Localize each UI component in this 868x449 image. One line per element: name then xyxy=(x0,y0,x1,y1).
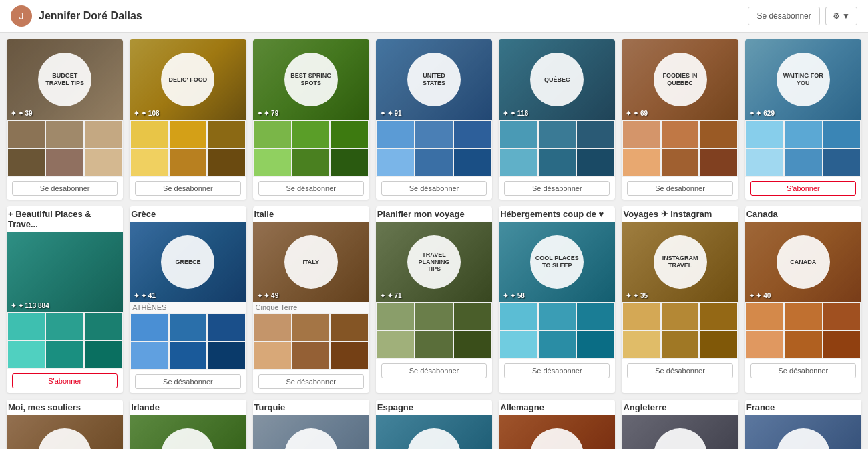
board-card-voyages-instagram: Voyages ✈ InstagramINSTAGRAM TRAVEL✦ 35S… xyxy=(622,206,738,393)
board-circle-title-france: FRANCE xyxy=(777,428,830,449)
board-main-image-delic-food: DELIC' FOOD✦ 108 xyxy=(130,39,246,120)
board-main-image-voyages-instagram: INSTAGRAM TRAVEL✦ 35 xyxy=(622,222,738,302)
board-section-sublabel-italie: Cinque Terre xyxy=(253,302,369,313)
board-circle-title-planifier-voyage: TRAVEL PLANNING TIPS xyxy=(407,235,461,289)
subscribe-button-waiting-for-you[interactable]: S'abonner xyxy=(750,181,856,196)
board-circle-title-hebergements: COOL PLACES TO SLEEP xyxy=(530,235,584,289)
board-card-angleterre: AngleterreENGLAND✦ 37Se désabonner xyxy=(622,400,738,449)
board-circle-title-united-states: UNITED STATES xyxy=(407,53,461,106)
board-pin-count-best-spring: ✦ 79 xyxy=(257,110,279,117)
board-circle-title-turquie: TURKEY xyxy=(284,428,338,449)
board-circle-title-angleterre: ENGLAND xyxy=(654,428,707,449)
board-circle-title-best-spring: BEST SPRING SPOTS xyxy=(284,53,338,106)
subscribe-button-beautiful-places[interactable]: S'abonner xyxy=(12,373,118,388)
unsubscribe-button[interactable]: Se désabonner xyxy=(748,7,819,25)
board-card-italie: ItalieITALY✦ 49Cinque TerreSe désabonner xyxy=(253,206,369,393)
board-main-image-italie: ITALY✦ 49 xyxy=(253,222,369,302)
board-main-image-grece: GREECE✦ 41 xyxy=(130,222,246,302)
subscribe-button-canada[interactable]: Se désabonner xyxy=(750,363,856,378)
subscribe-button-delic-food[interactable]: Se désabonner xyxy=(135,181,240,196)
board-circle-title-moi-souliers: MOI, MES SOULIERS xyxy=(38,428,91,449)
board-pin-count-canada: ✦ 40 xyxy=(749,292,771,299)
board-card-foodies-quebec: FOODIES in QUEBEC✦ 69Se désabonner xyxy=(622,39,738,200)
board-section-sublabel-grece: ATHÈNES xyxy=(130,302,246,313)
board-card-allemagne: AllemagneGERMANY✦ 33Se désabonner xyxy=(499,400,615,449)
subscribe-button-best-spring[interactable]: Se désabonner xyxy=(258,181,364,196)
board-pin-count-voyages-instagram: ✦ 35 xyxy=(626,292,648,299)
board-section-label-beautiful-places: + Beautiful Places & Trave... xyxy=(7,206,123,232)
board-card-turquie: TurquieTURKEY✦ 39Se désabonner xyxy=(253,400,369,449)
subscribe-button-voyages-instagram[interactable]: Se désabonner xyxy=(627,363,732,378)
board-row-2: Moi, mes souliersMOI, MES SOULIERS✦ 19Se… xyxy=(7,400,861,449)
subscribe-button-planifier-voyage[interactable]: Se désabonner xyxy=(381,363,487,378)
board-main-image-quebec: QUÉBEC✦ 116 xyxy=(499,39,615,120)
board-card-canada: CanadaCANADA✦ 40Se désabonner xyxy=(745,206,861,393)
board-circle-title-allemagne: GERMANY xyxy=(530,428,584,449)
board-title-espagne: Espagne xyxy=(376,400,492,415)
board-card-quebec: QUÉBEC✦ 116Se désabonner xyxy=(499,39,615,200)
header: J Jennifer Doré Dallas Se désabonner ⚙ ▼ xyxy=(0,0,868,33)
settings-button[interactable]: ⚙ ▼ xyxy=(825,7,857,25)
board-main-image-waiting-for-you: WAITING FOR YOU✦ 629 xyxy=(745,39,861,120)
board-main-image-hebergements: COOL PLACES TO SLEEP✦ 58 xyxy=(499,222,615,302)
board-card-united-states: UNITED STATES✦ 91Se désabonner xyxy=(376,39,492,200)
board-main-image-beautiful-places: ✦ 113 884 xyxy=(7,232,123,312)
avatar: J xyxy=(11,5,32,27)
board-pin-count-beautiful-places: ✦ 113 884 xyxy=(11,302,49,309)
board-card-irlande: IrlandeIRELAND✦ 39Se désabonner xyxy=(130,400,246,449)
board-card-moi-souliers: Moi, mes souliersMOI, MES SOULIERS✦ 19Se… xyxy=(7,400,123,449)
board-pin-count-waiting-for-you: ✦ 629 xyxy=(749,110,775,117)
user-name: Jennifer Doré Dallas xyxy=(39,10,142,22)
board-pin-count-planifier-voyage: ✦ 71 xyxy=(380,292,402,299)
board-circle-title-canada: CANADA xyxy=(777,235,830,289)
board-pin-count-united-states: ✦ 91 xyxy=(380,110,402,117)
board-circle-title-quebec: QUÉBEC xyxy=(530,53,584,106)
board-circle-title-waiting-for-you: WAITING FOR YOU xyxy=(777,53,830,106)
board-title-france: France xyxy=(745,400,861,415)
board-title-hebergements: Hébergements coup de ♥ xyxy=(499,206,615,222)
board-title-grece: Grèce xyxy=(130,206,246,222)
subscribe-button-grece[interactable]: Se désabonner xyxy=(135,374,240,389)
subscribe-button-quebec[interactable]: Se désabonner xyxy=(504,181,610,196)
board-card-best-spring: BEST SPRING SPOTS✦ 79Se désabonner xyxy=(253,39,369,200)
board-card-beautiful-places: + Beautiful Places & Trave...✦ 113 884S'… xyxy=(7,206,123,393)
subscribe-button-hebergements[interactable]: Se désabonner xyxy=(504,363,610,378)
boards-container: BUDGET TRAVEL TIPS✦ 39Se désabonnerDELIC… xyxy=(0,33,868,449)
board-circle-title-grece: GREECE xyxy=(161,235,214,289)
subscribe-button-budget-travel[interactable]: Se désabonner xyxy=(12,181,118,196)
board-title-canada: Canada xyxy=(745,206,861,222)
board-circle-title-italie: ITALY xyxy=(284,235,338,289)
subscribe-button-italie[interactable]: Se désabonner xyxy=(258,374,364,389)
board-pin-count-foodies-quebec: ✦ 69 xyxy=(626,110,648,117)
board-title-voyages-instagram: Voyages ✈ Instagram xyxy=(622,206,738,222)
board-title-moi-souliers: Moi, mes souliers xyxy=(7,400,123,415)
board-title-planifier-voyage: Planifier mon voyage xyxy=(376,206,492,222)
board-title-turquie: Turquie xyxy=(253,400,369,415)
board-main-image-france: FRANCE✦ 60 xyxy=(745,415,861,449)
board-card-hebergements: Hébergements coup de ♥COOL PLACES TO SLE… xyxy=(499,206,615,393)
board-circle-title-foodies-quebec: FOODIES in QUEBEC xyxy=(654,53,707,106)
board-pin-count-quebec: ✦ 116 xyxy=(503,110,528,117)
board-main-image-irlande: IRELAND✦ 39 xyxy=(130,415,246,449)
board-card-espagne: EspagneSPAIN✦ 36Se désabonner xyxy=(376,400,492,449)
board-pin-count-italie: ✦ 49 xyxy=(257,292,279,299)
board-circle-title-budget-travel: BUDGET TRAVEL TIPS xyxy=(38,53,91,106)
board-card-planifier-voyage: Planifier mon voyageTRAVEL PLANNING TIPS… xyxy=(376,206,492,393)
board-main-image-best-spring: BEST SPRING SPOTS✦ 79 xyxy=(253,39,369,120)
board-card-budget-travel: BUDGET TRAVEL TIPS✦ 39Se désabonner xyxy=(7,39,123,200)
subscribe-button-united-states[interactable]: Se désabonner xyxy=(381,181,487,196)
board-title-italie: Italie xyxy=(253,206,369,222)
board-row-0: BUDGET TRAVEL TIPS✦ 39Se désabonnerDELIC… xyxy=(7,39,861,200)
subscribe-button-foodies-quebec[interactable]: Se désabonner xyxy=(627,181,732,196)
board-card-france: FranceFRANCE✦ 60Se désabonner xyxy=(745,400,861,449)
board-main-image-united-states: UNITED STATES✦ 91 xyxy=(376,39,492,120)
board-circle-title-delic-food: DELIC' FOOD xyxy=(161,53,214,106)
board-main-image-planifier-voyage: TRAVEL PLANNING TIPS✦ 71 xyxy=(376,222,492,302)
board-card-waiting-for-you: WAITING FOR YOU✦ 629S'abonner xyxy=(745,39,861,200)
board-main-image-canada: CANADA✦ 40 xyxy=(745,222,861,302)
board-row-1: + Beautiful Places & Trave...✦ 113 884S'… xyxy=(7,206,861,393)
board-title-angleterre: Angleterre xyxy=(622,400,738,415)
board-circle-title-espagne: SPAIN xyxy=(407,428,461,449)
board-pin-count-grece: ✦ 41 xyxy=(134,292,156,299)
board-main-image-budget-travel: BUDGET TRAVEL TIPS✦ 39 xyxy=(7,39,123,120)
